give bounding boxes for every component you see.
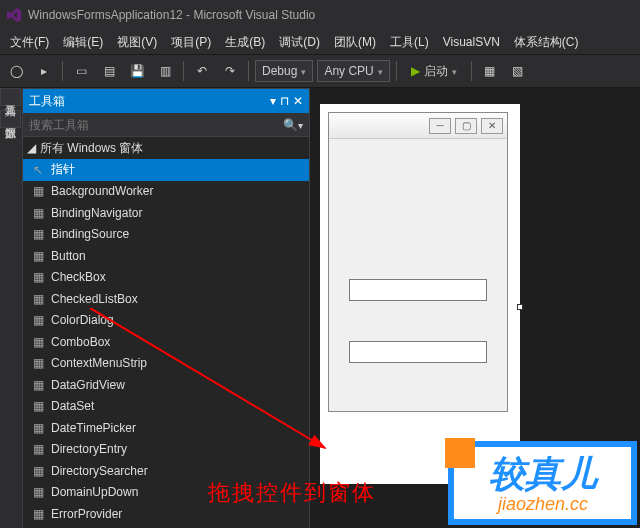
checkedlistbox-icon: ▦ (31, 292, 45, 306)
menu-file[interactable]: 文件(F) (4, 32, 55, 53)
errorprovider-icon: ▦ (31, 507, 45, 521)
toolbox-item-datetimepicker[interactable]: ▦DateTimePicker (23, 417, 309, 439)
toolbox-item-contextmenustrip[interactable]: ▦ContextMenuStrip (23, 353, 309, 375)
toolbox-item-label: DateTimePicker (51, 421, 136, 435)
svg-text:jiaozhen.cc: jiaozhen.cc (495, 494, 588, 514)
toolbox-title: 工具箱 (29, 93, 65, 110)
toolbar: ◯ ▸ ▭ ▤ 💾 ▥ ↶ ↷ Debug Any CPU ▶启动 ▦ ▧ (0, 54, 640, 88)
toolbox-item-label: BackgroundWorker (51, 184, 154, 198)
bindingsource-icon: ▦ (31, 227, 45, 241)
toolbox-item-label: 指针 (51, 161, 75, 178)
tool2-icon[interactable]: ▧ (506, 59, 530, 83)
toolbox-item-bindingnavigator[interactable]: ▦BindingNavigator (23, 202, 309, 224)
watermark: 较真儿 jiaozhen.cc (445, 438, 640, 528)
combobox-icon: ▦ (31, 335, 45, 349)
toolbox-item-label: BindingSource (51, 227, 129, 241)
toolbox-item-label: ErrorProvider (51, 507, 122, 521)
nav-fwd-button[interactable]: ▸ (32, 59, 56, 83)
toolbox-pin-icon[interactable]: ⊓ (280, 94, 289, 108)
search-icon[interactable]: 🔍▾ (283, 118, 303, 132)
toolbox-item-eventlog[interactable]: ▦EventLog (23, 525, 309, 529)
form-window[interactable]: ─ ▢ ✕ (328, 112, 508, 412)
toolbox-item-backgroundworker[interactable]: ▦BackgroundWorker (23, 181, 309, 203)
annotation-text: 拖拽控件到窗体 (208, 478, 376, 508)
new-button[interactable]: ▭ (69, 59, 93, 83)
menu-build[interactable]: 生成(B) (219, 32, 271, 53)
directoryentry-icon: ▦ (31, 442, 45, 456)
toolbox-item-label: BindingNavigator (51, 206, 142, 220)
menu-tools[interactable]: 工具(L) (384, 32, 435, 53)
open-button[interactable]: ▤ (97, 59, 121, 83)
指针-icon: ↖ (31, 163, 45, 177)
toolbox-item-label: DataGridView (51, 378, 125, 392)
datagridview-icon: ▦ (31, 378, 45, 392)
toolbox-item-datagridview[interactable]: ▦DataGridView (23, 374, 309, 396)
save-all-button[interactable]: ▥ (153, 59, 177, 83)
toolbox-item-label: DirectoryEntry (51, 442, 127, 456)
undo-button[interactable]: ↶ (190, 59, 214, 83)
toolbox-item-label: CheckedListBox (51, 292, 138, 306)
bindingnavigator-icon: ▦ (31, 206, 45, 220)
collapse-icon: ◢ (27, 141, 36, 155)
nav-back-button[interactable]: ◯ (4, 59, 28, 83)
toolbox-item-colordialog[interactable]: ▦ColorDialog (23, 310, 309, 332)
toolbox-item-combobox[interactable]: ▦ComboBox (23, 331, 309, 353)
datetimepicker-icon: ▦ (31, 421, 45, 435)
backgroundworker-icon: ▦ (31, 184, 45, 198)
menu-debug[interactable]: 调试(D) (273, 32, 326, 53)
toolbox-item-label: Button (51, 249, 86, 263)
menu-visualsvn[interactable]: VisualSVN (437, 33, 506, 51)
toolbox-item-label: ColorDialog (51, 313, 114, 327)
redo-button[interactable]: ↷ (218, 59, 242, 83)
dataset-icon: ▦ (31, 399, 45, 413)
textbox-control-2[interactable] (349, 341, 487, 363)
config-combo[interactable]: Debug (255, 60, 313, 82)
menu-bar: 文件(F) 编辑(E) 视图(V) 项目(P) 生成(B) 调试(D) 团队(M… (0, 30, 640, 54)
toolbox-item-checkbox[interactable]: ▦CheckBox (23, 267, 309, 289)
save-button[interactable]: 💾 (125, 59, 149, 83)
toolbox-search-input[interactable] (29, 118, 303, 132)
toolbox-item-directoryentry[interactable]: ▦DirectoryEntry (23, 439, 309, 461)
contextmenustrip-icon: ▦ (31, 356, 45, 370)
toolbox-category[interactable]: ◢ 所有 Windows 窗体 (23, 137, 309, 159)
toolbox-item-label: DataSet (51, 399, 94, 413)
menu-edit[interactable]: 编辑(E) (57, 32, 109, 53)
toolbox-item-bindingsource[interactable]: ▦BindingSource (23, 224, 309, 246)
toolbox-item-指针[interactable]: ↖指针 (23, 159, 309, 181)
selection-handle[interactable] (517, 304, 523, 310)
toolbox-item-checkedlistbox[interactable]: ▦CheckedListBox (23, 288, 309, 310)
textbox-control-1[interactable] (349, 279, 487, 301)
toolbox-item-label: DirectorySearcher (51, 464, 148, 478)
checkbox-icon: ▦ (31, 270, 45, 284)
toolbox-item-label: DomainUpDown (51, 485, 138, 499)
toolbox-item-button[interactable]: ▦Button (23, 245, 309, 267)
platform-combo[interactable]: Any CPU (317, 60, 389, 82)
svg-rect-2 (445, 438, 475, 468)
menu-view[interactable]: 视图(V) (111, 32, 163, 53)
colordialog-icon: ▦ (31, 313, 45, 327)
directorysearcher-icon: ▦ (31, 464, 45, 478)
svg-text:较真儿: 较真儿 (489, 453, 600, 494)
toolbox-dropdown-icon[interactable]: ▾ (270, 94, 276, 108)
vs-logo-icon (6, 7, 22, 23)
maximize-icon[interactable]: ▢ (455, 118, 477, 134)
menu-project[interactable]: 项目(P) (165, 32, 217, 53)
sidebar-tab-toolbox[interactable]: 工具箱 (0, 88, 21, 106)
toolbox-panel: 工具箱 ▾ ⊓ ✕ 🔍▾ ◢ 所有 Windows 窗体 ↖指针▦Backgro… (22, 88, 310, 528)
sidebar-tab-datasource[interactable]: 数据源 (0, 110, 21, 128)
toolbox-close-icon[interactable]: ✕ (293, 94, 303, 108)
toolbox-item-dataset[interactable]: ▦DataSet (23, 396, 309, 418)
button-icon: ▦ (31, 249, 45, 263)
menu-arch[interactable]: 体系结构(C) (508, 32, 585, 53)
domainupdown-icon: ▦ (31, 485, 45, 499)
toolbox-item-label: ComboBox (51, 335, 110, 349)
toolbox-item-label: ContextMenuStrip (51, 356, 147, 370)
tool-icon[interactable]: ▦ (478, 59, 502, 83)
menu-team[interactable]: 团队(M) (328, 32, 382, 53)
form-designer[interactable]: ─ ▢ ✕ (320, 104, 520, 484)
close-icon[interactable]: ✕ (481, 118, 503, 134)
minimize-icon[interactable]: ─ (429, 118, 451, 134)
start-debug-button[interactable]: ▶启动 (403, 61, 465, 82)
window-title: WindowsFormsApplication12 - Microsoft Vi… (28, 8, 315, 22)
toolbox-item-label: CheckBox (51, 270, 106, 284)
